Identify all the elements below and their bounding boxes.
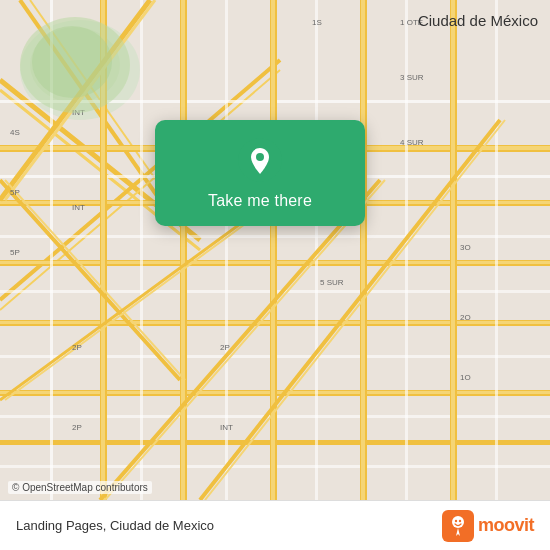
footer-bar: Landing Pages, Ciudad de Mexico moovit: [0, 500, 550, 550]
moovit-text-label: moovit: [478, 515, 534, 536]
svg-point-77: [455, 519, 457, 521]
svg-point-76: [452, 516, 464, 528]
svg-text:3 SUR: 3 SUR: [400, 73, 424, 82]
svg-text:5P: 5P: [10, 248, 20, 257]
osm-attribution: © OpenStreetMap contributors: [8, 481, 152, 494]
svg-text:INT: INT: [72, 203, 85, 212]
svg-text:1S: 1S: [312, 18, 322, 27]
svg-text:4S: 4S: [10, 128, 20, 137]
svg-text:INT: INT: [220, 423, 233, 432]
take-me-there-card[interactable]: Take me there: [155, 120, 365, 226]
moovit-logo[interactable]: moovit: [442, 510, 534, 542]
svg-rect-43: [495, 0, 498, 500]
svg-text:2P: 2P: [220, 343, 230, 352]
svg-point-72: [32, 26, 112, 98]
map-container: 4S 5P 5P INT INT 2P 2P 2P 1S 1 OTE 3 SUR…: [0, 0, 550, 500]
svg-rect-35: [361, 0, 365, 500]
svg-rect-39: [140, 0, 143, 500]
svg-text:2P: 2P: [72, 343, 82, 352]
svg-text:3O: 3O: [460, 243, 471, 252]
take-me-there-label: Take me there: [208, 192, 312, 210]
svg-text:2O: 2O: [460, 313, 471, 322]
svg-rect-33: [271, 0, 275, 500]
location-pin-icon: [238, 138, 282, 182]
svg-text:5 SUR: 5 SUR: [320, 278, 344, 287]
svg-point-78: [459, 519, 461, 521]
location-label: Landing Pages, Ciudad de Mexico: [16, 518, 214, 533]
map-streets: 4S 5P 5P INT INT 2P 2P 2P 1S 1 OTE 3 SUR…: [0, 0, 550, 500]
svg-point-74: [256, 153, 264, 161]
moovit-icon: [442, 510, 474, 542]
svg-text:2P: 2P: [72, 423, 82, 432]
svg-rect-31: [181, 0, 185, 500]
svg-text:4 SUR: 4 SUR: [400, 138, 424, 147]
svg-rect-37: [451, 0, 455, 500]
svg-text:1 OTE: 1 OTE: [400, 18, 423, 27]
svg-text:1O: 1O: [460, 373, 471, 382]
svg-text:5P: 5P: [10, 188, 20, 197]
